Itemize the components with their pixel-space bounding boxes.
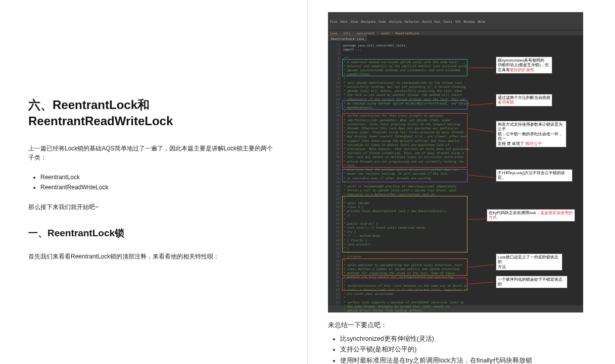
- list-item: 支持公平锁(是相对公平的): [340, 344, 595, 355]
- callout-text: 功能和语义(都是互斥锁)，但: [498, 63, 549, 67]
- ide-breadcrumb: java› util› concurrent› locks› Reentrant…: [328, 30, 583, 35]
- ide-tabs: ReentrantLock.java: [328, 35, 583, 41]
- ide-toolbar: [328, 24, 583, 30]
- section-heading: 一、ReentrantLock锁: [28, 227, 279, 240]
- right-page: File Edit View Navigate Code Analyze Ref…: [307, 0, 615, 364]
- annotation-callout: 一个被序列化的锁是处于不锁定状态的: [496, 276, 567, 288]
- ide-screenshot: File Edit View Navigate Code Analyze Ref…: [328, 12, 583, 313]
- callout-text: 跟synchronized具有相同的: [498, 58, 544, 63]
- heading-line-1: 六、ReentrantLock和: [28, 98, 150, 112]
- annotation-callout: Lock接口还定义了一些监听锁状态的 方法: [496, 253, 562, 271]
- main-heading: 六、ReentrantLock和 ReentrantReadWriteLock: [28, 97, 279, 130]
- code-area: package java.util.concurrent.locks;impor…: [341, 42, 583, 305]
- menu-item[interactable]: Window: [464, 20, 475, 23]
- line-gutter: 1234567891011121314151617181920212223242…: [328, 42, 341, 305]
- list-item: ReentrantReadWriteLock: [40, 182, 279, 192]
- list-item: 比synchronized更有伸缩性(灵活): [340, 334, 595, 344]
- annotation-callout: 通过这两个方法判断当前线程是否有锁: [496, 94, 552, 107]
- breadcrumb-item[interactable]: locks: [381, 31, 390, 35]
- menu-item[interactable]: Help: [478, 20, 485, 23]
- callout-text: 它具有: [498, 68, 510, 72]
- breadcrumb-item[interactable]: concurrent: [356, 31, 374, 35]
- ide-titlebar: [328, 12, 583, 18]
- menu-item[interactable]: File: [330, 20, 337, 23]
- menu-item[interactable]: Run: [435, 20, 440, 23]
- menu-item[interactable]: Analyze: [389, 20, 402, 23]
- editor-tab[interactable]: ReentrantLock.java: [328, 35, 367, 41]
- annotation-callout: 跟synchronized具有相同的 功能和语义(都是互斥锁)，但 它具有更好的…: [496, 57, 552, 74]
- annotation-callout: 不计时tryLock()方法不符合公平锁的设定。: [496, 169, 573, 182]
- callout-red: 更好的扩展性: [510, 68, 534, 72]
- callout-red: "相对公平": [524, 141, 543, 146]
- breadcrumb-item[interactable]: java: [330, 31, 337, 35]
- ide-editor: 1234567891011121314151617181920212223242…: [328, 42, 583, 305]
- section-intro: 首先我们来看看ReentrantLock锁的顶部注释，来看看他的相关特性呗：: [28, 252, 279, 261]
- list-item: ReentrantLock: [40, 172, 279, 182]
- callout-text: 锁，公平锁一般的吞吐比会低一些，但一: [498, 132, 562, 141]
- ide-menubar: File Edit View Navigate Code Analyze Ref…: [328, 18, 583, 24]
- heading-line-2: ReentrantReadWriteLock: [28, 114, 173, 128]
- left-page: 六、ReentrantLock和 ReentrantReadWriteLock …: [0, 0, 307, 364]
- summary-lead: 来总结一下要点吧：: [328, 321, 595, 330]
- annotation-callout: 构造方式支持使用参数来让锁设置为公平 锁，公平锁一般的吞吐比会低一些，但一 定程…: [496, 121, 566, 147]
- list-item: 使用时最标准用法是在try之前调用lock方法，在finally代码块释放锁: [340, 355, 595, 365]
- subclass-list: ReentrantLock ReentrantReadWriteLock: [40, 172, 279, 193]
- callout-text: 方法: [498, 265, 506, 269]
- callout-text: 在try代码块之前先调用lock，: [489, 211, 540, 215]
- menu-item[interactable]: Refactor: [405, 20, 419, 23]
- callout-text: 构造方式支持使用参数来让锁设置为公平: [498, 122, 562, 131]
- breadcrumb-item[interactable]: ReentrantLock: [396, 31, 419, 35]
- annotation-callout: 在try代码块之前先调用lock，这是最应该使用的方式: [487, 209, 575, 222]
- callout-text: 定程 度 体现了: [498, 141, 524, 146]
- breadcrumb-item[interactable]: util: [343, 31, 350, 35]
- menu-item[interactable]: Tools: [443, 20, 452, 23]
- menu-item[interactable]: Build: [422, 20, 432, 23]
- menu-item[interactable]: View: [351, 20, 358, 23]
- callout-text: Lock接口还定义了一些监听锁状态的: [498, 255, 558, 264]
- menu-item[interactable]: Navigate: [361, 20, 375, 23]
- callout-red: 是否有锁: [498, 100, 514, 105]
- summary-list: 比synchronized更有伸缩性(灵活) 支持公平锁(是相对公平的) 使用时…: [340, 334, 595, 364]
- annotation-arrow: [468, 68, 495, 68]
- callout-text: 不计时tryLock()方法不符合公平锁的设定。: [498, 171, 565, 180]
- menu-item[interactable]: Code: [379, 20, 386, 23]
- menu-item[interactable]: Edit: [340, 20, 347, 23]
- intro-text: 上一篇已经将Lock锁的基础AQS简单地过了一遍了，因此本篇主要是讲解Lock锁…: [28, 144, 279, 162]
- summary-section: 来总结一下要点吧： 比synchronized更有伸缩性(灵活) 支持公平锁(是…: [328, 321, 595, 364]
- lead-text: 那么接下来我们就开始吧~: [28, 202, 279, 212]
- menu-item[interactable]: VCS: [455, 20, 461, 23]
- callout-text: 一个被序列化的锁是处于不锁定状态的: [498, 277, 562, 286]
- callout-text: 通过这两个方法判断当前线程: [498, 95, 550, 100]
